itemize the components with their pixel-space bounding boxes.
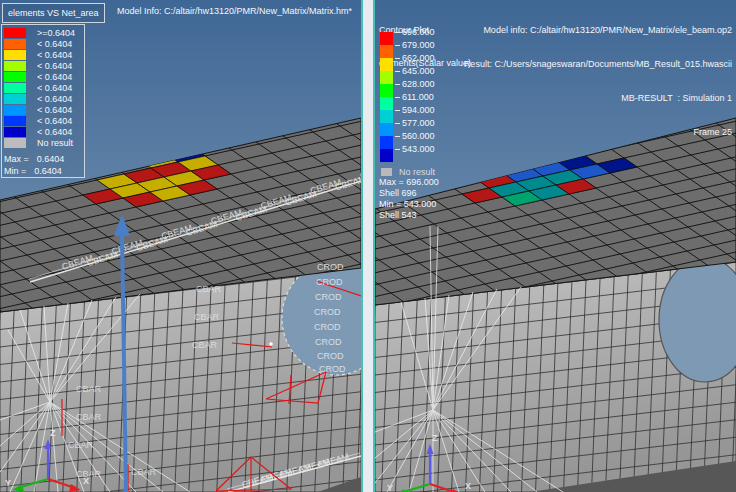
right-frame-label: Frame 25 bbox=[464, 127, 732, 139]
colorbar-block bbox=[380, 84, 393, 97]
left-model-info: Model Info: C:/altair/hw13120/PMR/New_Ma… bbox=[117, 6, 352, 17]
colorbar-block bbox=[380, 110, 393, 123]
legend-entry-label: < 0.6404 bbox=[37, 116, 72, 126]
left-legend: >=0.6404< 0.6404< 0.6404< 0.6404< 0.6404… bbox=[1, 24, 85, 178]
colorbar-block bbox=[380, 136, 393, 149]
right-maxmin-stats: Max = 696.000 Shell 696 Min = 543.000 Sh… bbox=[379, 177, 439, 221]
cbar-label: CBAR bbox=[192, 340, 218, 350]
right-result-line: MB-RESULT : Simulation 1 bbox=[464, 93, 732, 105]
legend-entry-label: < 0.6404 bbox=[37, 61, 72, 71]
legend-entry: < 0.6404 bbox=[4, 104, 84, 115]
stat-min-entity: Shell 543 bbox=[379, 210, 439, 221]
max-value: 0.6404 bbox=[37, 154, 65, 164]
legend-swatch bbox=[4, 127, 26, 137]
colorbar-tick-label: 577.000 bbox=[395, 118, 435, 128]
legend-swatch bbox=[4, 116, 26, 126]
colorbar-tick-label: 679.000 bbox=[395, 40, 435, 50]
cbar-label: CBAR bbox=[196, 284, 222, 294]
legend-swatch bbox=[4, 105, 26, 115]
cbar-label: CBAR bbox=[194, 312, 220, 322]
colorbar-block bbox=[380, 58, 393, 71]
legend-min-row: Min =0.6404 bbox=[4, 165, 84, 177]
axis-x-label: X bbox=[465, 481, 471, 491]
legend-entry: No result bbox=[4, 137, 84, 148]
axis-y-label: Y bbox=[387, 483, 393, 492]
crod-label: CROD bbox=[317, 262, 344, 272]
legend-swatch bbox=[4, 61, 26, 71]
max-label: Max = bbox=[4, 154, 29, 164]
colorbar-block bbox=[380, 97, 393, 110]
legend-entry-label: < 0.6404 bbox=[37, 39, 72, 49]
crod-label: CROD bbox=[316, 277, 343, 287]
colorbar-tick-label: 611.000 bbox=[395, 92, 434, 102]
legend-swatch bbox=[4, 83, 26, 93]
legend-entry: >=0.6404 bbox=[4, 27, 84, 38]
crod-label: CROD bbox=[314, 322, 341, 332]
legend-entry: < 0.6404 bbox=[4, 49, 84, 60]
crod-label: CROD bbox=[315, 292, 342, 302]
axis-z-label: Z bbox=[432, 433, 438, 443]
colorbar-tick-label: 543.000 bbox=[395, 144, 435, 154]
no-result-label: No result bbox=[399, 167, 435, 177]
colorbar-tick-label: 696.000 bbox=[395, 27, 435, 37]
no-result-row: No result bbox=[381, 167, 435, 177]
legend-entry: < 0.6404 bbox=[4, 126, 84, 137]
axis-z-label: Z bbox=[50, 428, 56, 438]
crod-label: CROD bbox=[315, 337, 342, 347]
colorbar-block bbox=[380, 32, 393, 45]
legend-entry: < 0.6404 bbox=[4, 71, 84, 82]
colorbar-tick-label: 662.000 bbox=[395, 53, 435, 63]
left-viewport-panel[interactable]: CBEAMCBEAMCBEAMCBEAMCBEAMCBEAMCBEAMCBEAM… bbox=[0, 0, 363, 492]
legend-swatch bbox=[4, 94, 26, 104]
legend-entry-label: < 0.6404 bbox=[37, 72, 72, 82]
colorbar-tick-label: 628.000 bbox=[395, 79, 435, 89]
legend-swatch bbox=[4, 72, 26, 82]
left-legend-title: elements VS Net_area bbox=[2, 3, 105, 23]
contour-colorbar bbox=[380, 32, 393, 162]
stat-min: Min = 543.000 bbox=[379, 199, 439, 210]
stat-max-entity: Shell 696 bbox=[379, 188, 439, 199]
colorbar-tick-label: 560.000 bbox=[395, 131, 435, 141]
right-result-info: Result: C:/Users/snageswaran/Documents/M… bbox=[464, 59, 732, 71]
legend-entry-label: No result bbox=[37, 138, 73, 148]
legend-swatch bbox=[4, 50, 26, 60]
crod-label: CROD bbox=[317, 351, 344, 361]
cbar-label: CBAR bbox=[76, 412, 102, 422]
left-legend-maxmin: Max =0.6404 Min =0.6404 bbox=[4, 153, 84, 177]
cbar-label: CBAR bbox=[131, 467, 157, 477]
axis-y-label: Y bbox=[5, 478, 11, 488]
legend-swatch bbox=[4, 28, 26, 38]
legend-entry: < 0.6404 bbox=[4, 93, 84, 104]
no-result-swatch bbox=[381, 168, 392, 176]
cbar-label: CBAR bbox=[68, 440, 94, 450]
legend-entry: < 0.6404 bbox=[4, 82, 84, 93]
legend-max-row: Max =0.6404 bbox=[4, 153, 84, 165]
crod-label: CROD bbox=[314, 307, 341, 317]
legend-swatch bbox=[4, 138, 26, 148]
legend-entry-label: < 0.6404 bbox=[37, 50, 72, 60]
cbar-label: CBAR bbox=[76, 384, 102, 394]
colorbar-block bbox=[380, 123, 393, 136]
colorbar-tick-label: 645.000 bbox=[395, 66, 435, 76]
legend-entry-label: < 0.6404 bbox=[37, 94, 72, 104]
legend-entry-label: < 0.6404 bbox=[37, 127, 72, 137]
right-model-info: Model info: C:/altair/hw13120/PMR/New_Ma… bbox=[464, 25, 732, 37]
legend-swatch bbox=[4, 39, 26, 49]
crod-label: CROD bbox=[319, 364, 346, 374]
colorbar-block bbox=[380, 71, 393, 84]
axis-x-label: X bbox=[83, 476, 89, 486]
legend-entry: < 0.6404 bbox=[4, 60, 84, 71]
min-value: 0.6404 bbox=[34, 166, 62, 176]
stat-max: Max = 696.000 bbox=[379, 177, 439, 188]
legend-entry-label: < 0.6404 bbox=[37, 105, 72, 115]
right-header-info: Model info: C:/altair/hw13120/PMR/New_Ma… bbox=[464, 3, 732, 161]
min-label: Min = bbox=[4, 166, 26, 176]
legend-entry: < 0.6404 bbox=[4, 38, 84, 49]
left-legend-entries: >=0.6404< 0.6404< 0.6404< 0.6404< 0.6404… bbox=[4, 27, 84, 148]
colorbar-tick-label: 594.000 bbox=[395, 105, 435, 115]
colorbar-block bbox=[380, 45, 393, 58]
legend-entry-label: < 0.6404 bbox=[37, 83, 72, 93]
legend-entry: < 0.6404 bbox=[4, 115, 84, 126]
right-viewport-panel[interactable]: ZYX Contour Plot elements(Scalar value) … bbox=[373, 0, 736, 492]
colorbar-block bbox=[380, 149, 393, 162]
